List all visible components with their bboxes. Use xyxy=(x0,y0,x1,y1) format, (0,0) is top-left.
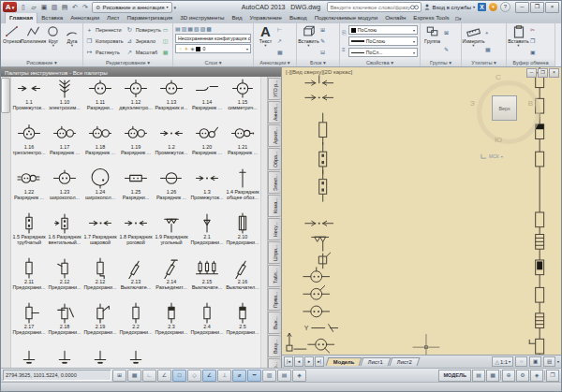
layer-dropdown[interactable]: ☼ ☀ ◈ 0 ▾ xyxy=(175,44,251,53)
annotation-settings-icon[interactable]: ▤ xyxy=(543,356,555,367)
ribbon-tab-1[interactable]: Главная xyxy=(5,12,37,23)
properties-list-icon[interactable]: ≡ xyxy=(342,46,347,54)
palette-tool-1.26[interactable]: 1.26Разрядник ... xyxy=(154,167,189,212)
palette-tool-2.11[interactable]: 2.11Предохрани... xyxy=(11,257,47,302)
save-icon[interactable]: ▣ xyxy=(39,3,49,12)
doc-close-button[interactable]: × xyxy=(549,68,559,78)
paste-special-icon[interactable]: ▣ xyxy=(530,49,536,57)
annotation-visibility-icon[interactable]: ☼ xyxy=(515,356,527,367)
palette-tool-1.3[interactable]: 1.3Промежуток... xyxy=(189,167,225,212)
model-space-button[interactable]: МОДЕЛЬ xyxy=(438,370,471,382)
edit-повернуть-button[interactable]: ↻Повернуть xyxy=(126,25,161,35)
viewport-controls[interactable]: [-][Вид сверху][2D каркас] xyxy=(286,69,352,75)
palette-tool-1.21[interactable]: 1.21Разрядник ... xyxy=(225,123,260,167)
palette-tool-2.14[interactable]: 2.14Разъединит... xyxy=(154,257,189,302)
save-as-icon[interactable]: ▥ xyxy=(50,3,59,12)
viewcube-ucs-menu[interactable]: МСК▾ xyxy=(481,153,503,159)
palette-tool-1.22[interactable]: 1.22Разрядник ... xyxy=(11,167,47,212)
palette-tool-1.6[interactable]: 1.6 Разрядниквентильный... xyxy=(47,212,82,257)
communication-center-icon[interactable]: ▾ xyxy=(489,3,497,11)
toggle-osnap[interactable]: □ xyxy=(172,370,186,382)
qat-more-button[interactable]: ▾ xyxy=(174,5,177,10)
palette-scrollbar[interactable] xyxy=(1,77,11,368)
ribbon-tab-3[interactable]: Аннотации xyxy=(67,13,103,23)
palette-tool-1.14[interactable]: 1.14Разрядник ... xyxy=(189,78,225,123)
plot-icon[interactable]: ▤ xyxy=(60,3,69,12)
palette-tool-2.17[interactable]: 2.17Предохрани... xyxy=(11,302,47,347)
open-file-icon[interactable]: ▱ xyxy=(29,3,38,12)
palette-tool-1.18[interactable]: 1.18Разрядник ... xyxy=(82,123,118,167)
cut-icon[interactable]: ✂ xyxy=(530,26,536,35)
group-edit-icon[interactable]: ✎ xyxy=(444,46,449,54)
panel-annotate-title[interactable]: Аннотации ▾ xyxy=(254,59,296,66)
panel-block-title[interactable]: Блок ▾ xyxy=(297,59,339,66)
palette-tool-1.2[interactable]: 1.2Промежуток... xyxy=(154,123,189,167)
palette-tab-9[interactable]: Табл... xyxy=(268,265,281,287)
drawing-canvas[interactable]: [-][Вид сверху][2D каркас] ─ ❐ × Y С З В… xyxy=(282,67,561,355)
doc-restore-button[interactable]: ❐ xyxy=(538,68,548,78)
lock-icon[interactable]: ◈ xyxy=(190,46,194,51)
create-block-icon[interactable]: ⊞ xyxy=(320,26,325,35)
palette-tool-1.5[interactable]: 1.5 Разрядниктрубчатый xyxy=(11,212,47,257)
tab-sheet1[interactable]: Лист1 xyxy=(361,357,392,366)
lineweight-dropdown[interactable]: ПоСлою▾ xyxy=(348,36,418,46)
palette-tool-2.2[interactable]: 2.2Предохрани... xyxy=(118,302,154,347)
paste-button[interactable]: Вставить▾ xyxy=(509,24,528,58)
fillet-icon[interactable]: ◫ xyxy=(163,37,169,46)
toggle-grid[interactable]: ▦ xyxy=(127,370,141,382)
new-file-icon[interactable]: ▯ xyxy=(19,3,28,12)
palette-tool-1.13[interactable]: 1.13Разрядник и... xyxy=(154,78,189,123)
palette-tool-2.1[interactable]: 2.1Предохрани... xyxy=(189,212,225,257)
palette-tool-1.23[interactable]: 1.23широкопол... xyxy=(47,167,82,212)
annotation-monitor-icon[interactable]: ⊕ xyxy=(502,370,515,382)
bulb-icon[interactable]: ☼ xyxy=(178,46,183,51)
annotation-scale-button[interactable]: △ 1:1▾ xyxy=(492,356,513,367)
ribbon-tab-2[interactable]: Вставка xyxy=(37,13,67,23)
toggle-otrack[interactable]: ∠ xyxy=(202,370,216,382)
panel-edit-title[interactable]: Редактирование ▾ xyxy=(83,59,172,66)
palette-tool-2.5[interactable]: 2.5Предохрани... xyxy=(225,302,260,347)
palette-tool-2.19[interactable]: 2.19Предохрани... xyxy=(82,302,118,347)
palette-tab-12[interactable]: Визу... xyxy=(268,335,281,357)
viewcube[interactable]: С З В Ю Верх МСК▾ xyxy=(469,75,540,146)
palette-tool-2.4[interactable]: 2.4Предохрани... xyxy=(189,302,225,347)
edit-перенести-button[interactable]: +Перенести xyxy=(85,25,124,35)
draw-circle-button[interactable]: Круг▾ xyxy=(45,24,62,58)
color-dropdown[interactable]: ПоСлою▾ xyxy=(348,25,418,35)
ribbon-tab-8[interactable]: Управление xyxy=(246,13,286,23)
redo-icon[interactable]: ↷ xyxy=(81,3,90,12)
lock-ui-icon[interactable]: ◈ xyxy=(530,370,543,382)
array-icon[interactable]: ▦ xyxy=(163,49,169,57)
palette-tool-1.17[interactable]: 1.17Разрядник ... xyxy=(47,123,82,167)
toggle-dyn[interactable]: ⌀ xyxy=(232,370,246,382)
insert-block-button[interactable]: Вставить▾ xyxy=(299,24,318,58)
edit-копировать-button[interactable]: ❐Копировать xyxy=(85,36,124,46)
palette-tool-2.3[interactable]: 2.3Предохрани... xyxy=(154,302,189,347)
tool-palette-header[interactable]: Палитры инструментов - Все палитры xyxy=(1,67,281,77)
measure-button[interactable]: Измерить▾ xyxy=(464,24,483,58)
text-button[interactable]: A Текст▾ xyxy=(256,24,275,58)
quick-select-icon[interactable]: ⌖ xyxy=(485,29,491,37)
ribbon-options-button[interactable]: ⊡▾ xyxy=(455,14,462,23)
palette-tool-1.8[interactable]: 1.8 Разрядникроговой xyxy=(118,212,154,257)
palette-tool-ground-43[interactable] xyxy=(47,347,82,368)
viewcube-north[interactable]: С xyxy=(469,73,527,81)
palette-tool-2.18[interactable]: 2.18Предохрани... xyxy=(47,302,82,347)
palette-tab-6[interactable]: Кома... xyxy=(268,195,281,217)
clean-screen-icon[interactable]: ❐ xyxy=(546,370,559,382)
panel-properties-title[interactable]: Свойства ▾ xyxy=(340,59,420,66)
edit-зеркало-button[interactable]: ⊿Зеркало xyxy=(126,36,161,46)
trim-icon[interactable]: ▭ xyxy=(163,26,169,35)
palette-tool-1.24[interactable]: 1.24широкопол... xyxy=(82,167,118,212)
palette-tool-2.13[interactable]: 2.13Выключате... xyxy=(118,257,154,302)
restore-button[interactable]: ❐ xyxy=(530,2,544,13)
prev-tab-button[interactable]: ◂ xyxy=(294,356,303,367)
attributes-icon[interactable]: ⊟ xyxy=(320,49,325,57)
palette-tab-13[interactable]: Исто... xyxy=(268,358,281,368)
viewcube-south[interactable]: Ю xyxy=(469,136,527,144)
draw-arc-button[interactable]: Дуга▾ xyxy=(64,24,81,58)
minimize-button[interactable]: ─ xyxy=(515,2,529,13)
layer-freeze-icon[interactable]: ▧ xyxy=(194,25,200,32)
palette-tool-1.16[interactable]: 1.16трехэлектро... xyxy=(11,123,47,167)
draw-polyline-button[interactable]: Полилиния xyxy=(23,24,43,58)
